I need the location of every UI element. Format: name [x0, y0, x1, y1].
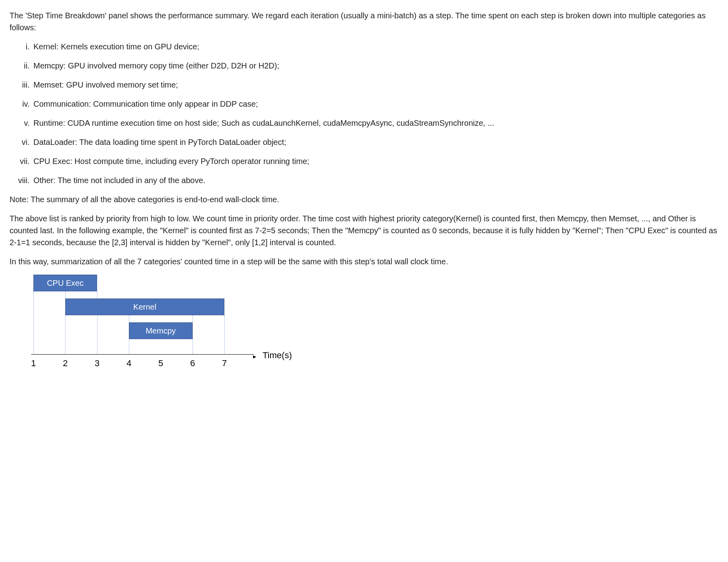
bar-cpu-exec: CPU Exec [33, 275, 97, 291]
gridline [224, 315, 225, 354]
arrow-right-icon: ▸ [253, 352, 256, 361]
x-tick: 7 [222, 357, 227, 370]
x-tick: 3 [95, 357, 99, 370]
x-axis-label: Time(s) [263, 349, 292, 362]
bar-label: Memcpy [146, 325, 176, 337]
note-paragraph: Note: The summary of all the above categ… [10, 193, 718, 205]
intro-paragraph: The 'Step Time Breakdown' panel shows th… [10, 10, 718, 33]
x-tick: 1 [31, 357, 36, 370]
x-axis [31, 354, 254, 355]
list-item: Kernel: Kernels execution time on GPU de… [32, 41, 718, 53]
bar-label: Kernel [133, 301, 156, 313]
gridline [193, 315, 193, 354]
gridline [33, 291, 34, 354]
list-item: Other: The time not included in any of t… [32, 174, 718, 186]
list-item: Memcpy: GPU involved memory copy time (e… [32, 60, 718, 72]
x-tick: 2 [63, 357, 68, 370]
x-tick: 4 [127, 357, 131, 370]
priority-paragraph: The above list is ranked by priority fro… [10, 213, 718, 248]
list-item: Runtime: CUDA runtime execution time on … [32, 117, 718, 129]
summary-paragraph: In this way, summarization of all the 7 … [10, 256, 718, 267]
list-item: CPU Exec: Host compute time, including e… [32, 155, 718, 167]
timeline-chart: CPU Exec Kernel Memcpy ▸ Time(s) 1 2 3 4… [10, 275, 264, 378]
bar-label: CPU Exec [47, 277, 84, 289]
list-item: DataLoader: The data loading time spent … [32, 136, 718, 148]
bar-kernel: Kernel [65, 299, 224, 315]
list-item: Communication: Communication time only a… [32, 98, 718, 110]
list-item: Memset: GPU involved memory set time; [32, 79, 718, 91]
bar-memcpy: Memcpy [129, 322, 193, 339]
category-list: Kernel: Kernels execution time on GPU de… [10, 41, 718, 186]
x-tick: 6 [190, 357, 195, 370]
x-tick: 5 [158, 357, 163, 370]
